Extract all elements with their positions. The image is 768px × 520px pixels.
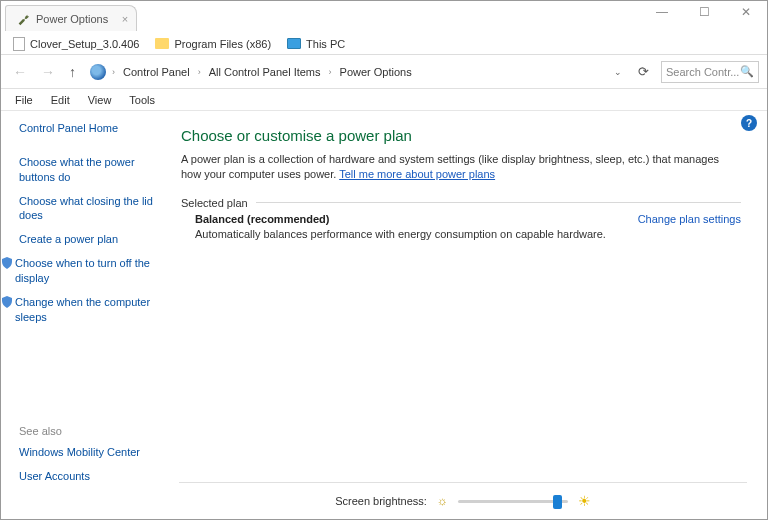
bookmark-label: Clover_Setup_3.0.406: [30, 38, 139, 50]
plan-name: Balanced (recommended): [195, 213, 329, 225]
search-input[interactable]: Search Contr... 🔍: [661, 61, 759, 83]
sidebar-link-create-plan[interactable]: Create a power plan: [19, 232, 159, 247]
see-also-section: See also Windows Mobility Center User Ac…: [19, 425, 159, 509]
bookmark-label: This PC: [306, 38, 345, 50]
brightness-bar: Screen brightness: ☼ ☀: [179, 482, 747, 509]
bookmark-bar: Clover_Setup_3.0.406 Program Files (x86)…: [1, 33, 767, 55]
help-button[interactable]: ?: [741, 115, 757, 131]
bookmark-item[interactable]: Program Files (x86): [149, 36, 277, 52]
sidebar: Control Panel Home Choose what the power…: [1, 111, 171, 519]
bookmark-item[interactable]: Clover_Setup_3.0.406: [7, 35, 145, 53]
sun-bright-icon: ☀: [578, 493, 591, 509]
bookmark-label: Program Files (x86): [174, 38, 271, 50]
folder-icon: [155, 38, 169, 49]
nav-up-button[interactable]: ↑: [65, 64, 80, 80]
menu-tools[interactable]: Tools: [121, 92, 163, 108]
bookmark-item[interactable]: This PC: [281, 36, 351, 52]
see-also-user-accounts[interactable]: User Accounts: [19, 469, 159, 484]
see-also-mobility-center[interactable]: Windows Mobility Center: [19, 445, 159, 460]
see-also-heading: See also: [19, 425, 159, 437]
main-panel: ? Choose or customise a power plan A pow…: [171, 111, 767, 519]
sidebar-home-link[interactable]: Control Panel Home: [19, 121, 159, 136]
sidebar-link-power-buttons[interactable]: Choose what the power buttons do: [19, 155, 159, 185]
search-placeholder: Search Contr...: [666, 66, 739, 78]
sidebar-link-computer-sleeps[interactable]: Change when the computer sleeps: [15, 295, 159, 325]
menu-view[interactable]: View: [80, 92, 120, 108]
menu-bar: File Edit View Tools: [1, 89, 767, 111]
window-minimize-button[interactable]: —: [641, 1, 683, 23]
nav-forward-button[interactable]: →: [37, 64, 59, 80]
tab-close-icon[interactable]: ×: [122, 13, 128, 25]
brightness-label: Screen brightness:: [335, 495, 427, 507]
breadcrumb[interactable]: › Control Panel › All Control Panel Item…: [86, 61, 604, 83]
menu-file[interactable]: File: [7, 92, 41, 108]
search-icon: 🔍: [740, 65, 754, 78]
page-description: A power plan is a collection of hardware…: [181, 152, 741, 183]
plan-description: Automatically balances performance with …: [181, 228, 741, 240]
refresh-button[interactable]: ⟳: [632, 64, 655, 79]
nav-back-button[interactable]: ←: [9, 64, 31, 80]
sidebar-link-turn-off-display[interactable]: Choose when to turn off the display: [15, 256, 159, 286]
window-close-button[interactable]: ✕: [725, 1, 767, 23]
window-titlebar: Power Options × — ☐ ✕: [1, 1, 767, 33]
sun-dim-icon: ☼: [437, 494, 448, 508]
control-panel-icon: [90, 64, 106, 80]
breadcrumb-item[interactable]: Control Panel: [119, 66, 194, 78]
menu-edit[interactable]: Edit: [43, 92, 78, 108]
window-maximize-button[interactable]: ☐: [683, 1, 725, 23]
shield-icon: [1, 257, 13, 269]
power-plan-row: Balanced (recommended) Change plan setti…: [181, 213, 741, 225]
divider: [181, 202, 741, 203]
tab-title: Power Options: [36, 13, 108, 25]
change-plan-settings-link[interactable]: Change plan settings: [638, 213, 741, 225]
page-title: Choose or customise a power plan: [181, 127, 741, 144]
breadcrumb-dropdown-icon[interactable]: ⌄: [610, 67, 626, 77]
address-bar: ← → ↑ › Control Panel › All Control Pane…: [1, 55, 767, 89]
shield-icon: [1, 296, 13, 308]
file-icon: [13, 37, 25, 51]
brightness-slider[interactable]: [458, 500, 568, 503]
learn-more-link[interactable]: Tell me more about power plans: [339, 168, 495, 180]
breadcrumb-item[interactable]: All Control Panel Items: [205, 66, 325, 78]
slider-thumb[interactable]: [553, 495, 562, 509]
thispc-icon: [287, 38, 301, 49]
selected-plan-label: Selected plan: [181, 197, 256, 209]
sidebar-link-closing-lid[interactable]: Choose what closing the lid does: [19, 194, 159, 224]
wrench-icon: [16, 12, 30, 26]
content-area: Control Panel Home Choose what the power…: [1, 111, 767, 519]
browser-tab[interactable]: Power Options ×: [5, 5, 137, 31]
breadcrumb-item[interactable]: Power Options: [336, 66, 416, 78]
